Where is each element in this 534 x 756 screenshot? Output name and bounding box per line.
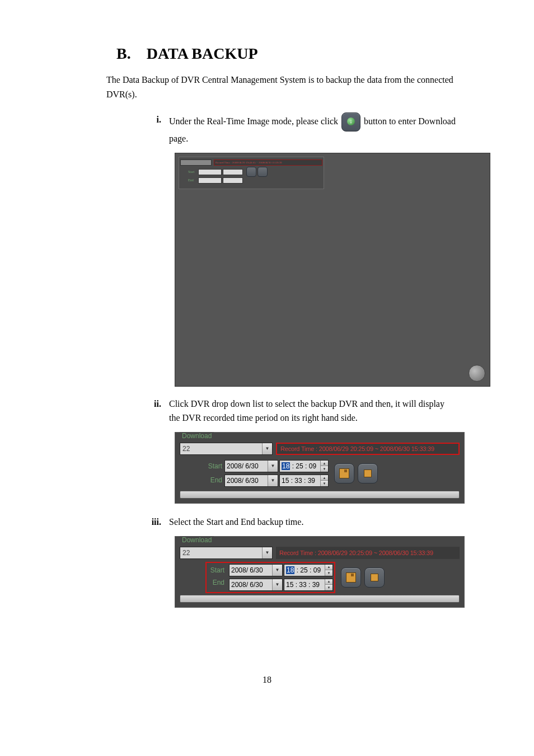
list-marker-i: i. <box>151 112 169 146</box>
tiny-save-button[interactable] <box>246 167 256 177</box>
end-time-text-1: 15 : 33 : 39 <box>280 477 320 485</box>
start-time-rest-1: : 25 : 09 <box>290 462 316 470</box>
start-date-select-2[interactable]: 2008/ 6/30 ▼ <box>229 564 283 576</box>
spinner-down-icon[interactable]: ▼ <box>321 481 328 486</box>
floppy-icon <box>346 572 356 583</box>
record-time-display: Record Time : 2008/06/29 20:25:09 ~ 2008… <box>276 443 460 455</box>
chevron-down-icon: ▼ <box>268 475 278 486</box>
list-item-ii: ii. Click DVR drop down list to select t… <box>151 397 456 425</box>
dvr-dropdown[interactable]: 22 ▼ <box>180 443 273 455</box>
tiny-start-date[interactable] <box>198 169 222 175</box>
panel-legend-2: Download <box>180 536 214 544</box>
heading-title: DATA BACKUP <box>147 45 258 63</box>
stop-icon <box>364 469 372 477</box>
end-label-2: End <box>208 576 224 589</box>
screenshot-download-page: Record Time : 2008/06/29 19:40:05 ~ 2008… <box>175 153 490 387</box>
tiny-end-time[interactable] <box>223 177 243 184</box>
spinner-up-icon[interactable]: ▲ <box>325 565 332 571</box>
chevron-down-icon: ▼ <box>262 547 272 558</box>
start-date-select-1[interactable]: 2008/ 6/30 ▼ <box>224 460 278 472</box>
list-marker-ii: ii. <box>151 397 169 425</box>
save-button-2[interactable] <box>341 567 361 588</box>
tiny-end-date[interactable] <box>198 177 222 184</box>
tiny-dvr-dropdown[interactable] <box>180 159 212 166</box>
start-date-text-1: 2008/ 6/30 <box>225 462 268 470</box>
record-time-display-2: Record Time : 2008/06/29 20:25:09 ~ 2008… <box>276 547 460 559</box>
chevron-down-icon: ▼ <box>262 443 272 454</box>
end-time-spinner-2[interactable]: 15 : 33 : 39 ▲ ▼ <box>284 579 333 591</box>
tiny-end-label: End <box>188 179 197 182</box>
download-icon <box>341 112 360 132</box>
list-marker-iii: iii. <box>151 515 169 529</box>
intro-paragraph: The Data Backup of DVR Central Managemen… <box>106 73 456 101</box>
end-time-text-2: 15 : 33 : 39 <box>284 581 325 589</box>
tiny-start-label: Start <box>188 170 197 173</box>
heading-letter: B. <box>116 45 131 63</box>
round-button-icon[interactable] <box>469 365 485 382</box>
list-item-iii: iii. Select the Start and End backup tim… <box>151 515 456 529</box>
end-date-select-1[interactable]: 2008/ 6/30 ▼ <box>224 475 278 487</box>
dvr-dropdown-value-2: 22 <box>180 549 262 557</box>
start-time-spinner-2[interactable]: 18 : 25 : 09 ▲ ▼ <box>284 564 333 576</box>
start-time-spinner-1[interactable]: 18 : 25 : 09 ▲ ▼ <box>279 460 329 472</box>
page-number: 18 <box>56 675 478 685</box>
list-content-iii: Select the Start and End backup time. <box>169 515 456 529</box>
list-item-i: i. Under the Real-Time Image mode, pleas… <box>151 112 456 146</box>
start-time-hh-2: 18 <box>286 566 294 574</box>
chevron-down-icon: ▼ <box>268 461 278 472</box>
progress-bar-2 <box>180 595 460 603</box>
download-panel-1: Download 22 ▼ Record Time : 2008/06/29 2… <box>175 432 465 504</box>
dvr-dropdown-2[interactable]: 22 ▼ <box>180 547 273 559</box>
stop-button-2[interactable] <box>364 567 385 588</box>
tiny-stop-button[interactable] <box>257 167 268 177</box>
end-time-spinner-1[interactable]: 15 : 33 : 39 ▲ ▼ <box>279 475 329 487</box>
list-content-i: Under the Real-Time Image mode, please c… <box>169 112 456 146</box>
spinner-down-icon[interactable]: ▼ <box>321 466 328 472</box>
spinner-up-icon[interactable]: ▲ <box>321 461 328 467</box>
item-i-text-before: Under the Real-Time Image mode, please c… <box>169 116 340 126</box>
dvr-dropdown-value: 22 <box>180 445 262 453</box>
chevron-down-icon: ▼ <box>272 579 282 590</box>
stop-icon <box>371 574 378 581</box>
spinner-down-icon[interactable]: ▼ <box>325 570 332 576</box>
tiny-start-time[interactable] <box>223 169 243 175</box>
start-time-hh-1: 18 <box>282 462 290 470</box>
end-date-text-1: 2008/ 6/30 <box>225 477 268 485</box>
download-panel-2: Download 22 ▼ Record Time : 2008/06/29 2… <box>175 536 465 608</box>
spinner-down-icon[interactable]: ▼ <box>325 585 332 590</box>
progress-bar-1 <box>180 491 460 499</box>
start-label-1: Start <box>205 460 222 472</box>
end-date-select-2[interactable]: 2008/ 6/30 ▼ <box>229 579 283 591</box>
floppy-icon <box>339 468 349 478</box>
tiny-record-time: Record Time : 2008/06/29 19:40:05 ~ 2008… <box>214 159 322 166</box>
start-label-2: Start <box>208 564 224 576</box>
spinner-up-icon[interactable]: ▲ <box>325 579 332 585</box>
list-content-ii: Click DVR drop down list to select the b… <box>169 397 456 425</box>
chevron-down-icon: ▼ <box>272 565 282 576</box>
end-date-text-2: 2008/ 6/30 <box>229 581 272 589</box>
spinner-up-icon[interactable]: ▲ <box>321 475 328 481</box>
start-time-rest-2: : 25 : 09 <box>294 566 321 574</box>
stop-button[interactable] <box>358 463 378 483</box>
screenshot-top-panel: Record Time : 2008/06/29 19:40:05 ~ 2008… <box>179 157 324 189</box>
panel-legend-1: Download <box>180 432 214 440</box>
save-button[interactable] <box>334 463 354 483</box>
end-label-1: End <box>205 474 222 486</box>
start-date-text-2: 2008/ 6/30 <box>229 566 272 574</box>
